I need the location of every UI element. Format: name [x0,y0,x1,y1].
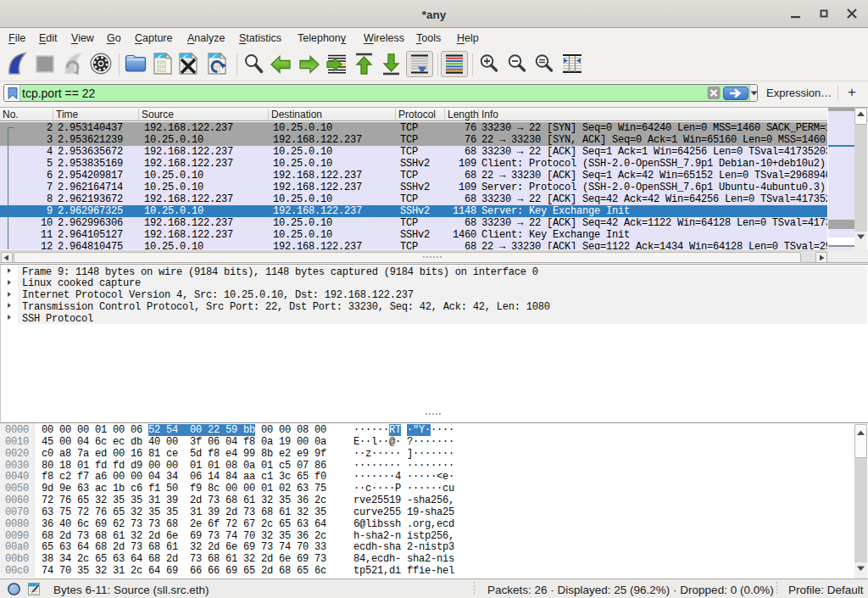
svg-text:0111: 0111 [157,69,166,73]
